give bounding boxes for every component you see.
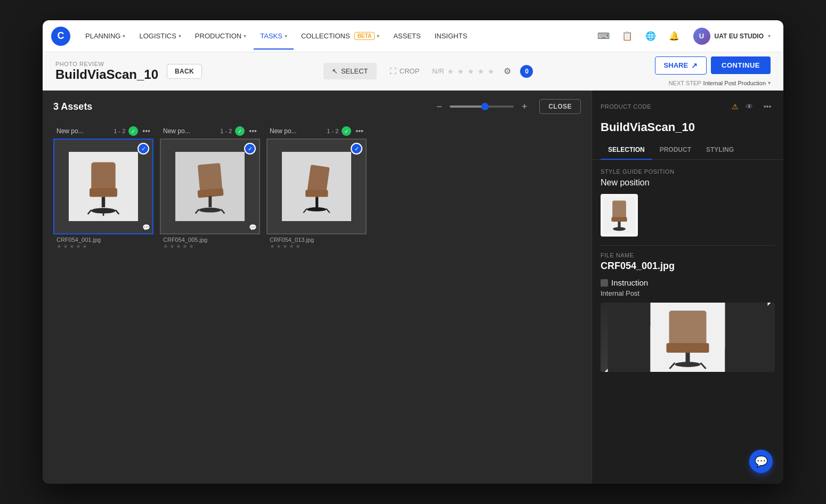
share-icon: ↗ xyxy=(691,61,698,70)
star-icon[interactable]: ★ xyxy=(467,67,474,76)
crop-icon: ⛶ xyxy=(390,67,396,75)
nav-item-assets[interactable]: ASSETS xyxy=(387,28,427,44)
chair-image xyxy=(175,152,245,221)
star-icon[interactable]: ★ xyxy=(270,243,275,250)
star-rating[interactable]: ★ ★ ★ ★ ★ xyxy=(163,243,258,250)
star-icon[interactable]: ★ xyxy=(182,243,188,250)
photo-thumbnail[interactable]: ✓ xyxy=(266,139,367,234)
photo-group: New po... 1 - 2 ✓ ••• xyxy=(53,123,156,252)
right-panel: PRODUCT CODE ⚠ 👁 ••• BuildViaScan_10 SEL… xyxy=(592,91,783,484)
zoom-in-button[interactable]: + xyxy=(518,100,531,113)
style-guide-label: STYLE GUIDE POSITION xyxy=(601,168,775,175)
svg-rect-18 xyxy=(315,197,318,208)
crop-tool-button[interactable]: ⛶ CROP xyxy=(381,63,428,79)
continue-button[interactable]: CONTINUE xyxy=(711,56,771,74)
photo-area: 3 Assets − + CLOSE New po... xyxy=(43,91,592,484)
keyboard-icon[interactable]: ⌨ xyxy=(595,28,612,45)
nav-item-logistics[interactable]: LOGISTICS ▾ xyxy=(133,28,187,44)
svg-point-12 xyxy=(199,208,221,213)
star-icon[interactable]: ★ xyxy=(63,243,68,250)
star-icon[interactable]: ★ xyxy=(289,243,294,250)
photo-card: New po... 1 - 2 ✓ ••• xyxy=(53,123,155,252)
product-code-value: BuildViaScan_10 xyxy=(592,120,783,134)
more-options-button[interactable]: ••• xyxy=(141,126,151,136)
star-icon[interactable]: ★ xyxy=(76,243,81,250)
globe-icon[interactable]: 🌐 xyxy=(642,28,659,45)
svg-rect-11 xyxy=(208,196,212,207)
nav-right: ⌨ 📋 🌐 🔔 U UAT EU STUDIO ▾ xyxy=(595,26,775,47)
star-icon[interactable]: ★ xyxy=(176,243,181,250)
check-icon: ✓ xyxy=(128,126,138,136)
more-options-button[interactable]: ••• xyxy=(248,126,258,136)
nav-item-production[interactable]: PRODUCTION ▾ xyxy=(189,28,253,44)
nav-items: PLANNING ▾ LOGISTICS ▾ PRODUCTION ▾ TASK… xyxy=(79,28,592,44)
star-rating[interactable]: ★ ★ ★ ★ ★ xyxy=(270,243,365,250)
share-button[interactable]: SHARE ↗ xyxy=(655,56,707,75)
group-label: New po... xyxy=(270,127,323,135)
close-button[interactable]: CLOSE xyxy=(539,99,581,114)
svg-point-33 xyxy=(675,362,701,367)
zoom-slider-fill xyxy=(450,105,485,108)
nav-item-planning[interactable]: PLANNING ▾ xyxy=(79,28,132,44)
star-rating[interactable]: ★ ★ ★ ★ ★ xyxy=(56,243,151,250)
assets-count: 3 Assets xyxy=(53,101,424,112)
photo-thumb-inner xyxy=(268,140,366,233)
tab-selection[interactable]: SELECTION xyxy=(601,141,652,160)
settings-icon[interactable]: ⚙ xyxy=(499,63,516,80)
nav-item-tasks[interactable]: TASKS ▾ xyxy=(254,28,294,44)
style-guide-image xyxy=(603,197,635,234)
back-button[interactable]: BACK xyxy=(167,64,202,79)
navbar: C PLANNING ▾ LOGISTICS ▾ PRODUCTION ▾ TA… xyxy=(43,20,783,52)
select-tool-button[interactable]: ↖ SELECT xyxy=(323,63,377,79)
style-guide-thumbnail xyxy=(601,194,638,237)
tab-styling[interactable]: STYLING xyxy=(699,141,741,160)
zoom-out-button[interactable]: − xyxy=(433,100,446,113)
zoom-controls: − + xyxy=(433,100,531,113)
star-icon[interactable]: ★ xyxy=(477,67,484,76)
user-area[interactable]: U UAT EU STUDIO ▾ xyxy=(689,26,775,47)
photo-card-header: New po... 1 - 2 ✓ ••• xyxy=(53,123,155,139)
star-icon[interactable]: ★ xyxy=(56,243,62,250)
star-icon[interactable]: ★ xyxy=(69,243,75,250)
internal-post-label: Internal Post xyxy=(601,289,775,297)
app-logo[interactable]: C xyxy=(51,27,70,46)
star-icon[interactable]: ★ xyxy=(295,243,301,250)
svg-rect-23 xyxy=(612,201,626,219)
photo-card: New po... 1 - 2 ✓ ••• xyxy=(160,123,261,252)
tasks-icon[interactable]: 📋 xyxy=(619,28,636,45)
svg-rect-24 xyxy=(611,217,627,222)
svg-rect-29 xyxy=(725,303,768,372)
nav-item-insights[interactable]: INSIGHTS xyxy=(428,28,473,44)
star-icon[interactable]: ★ xyxy=(457,67,464,76)
photo-grid: New po... 1 - 2 ✓ ••• xyxy=(43,123,592,263)
photo-card-footer: CRF054_013.jpg ★ ★ ★ ★ ★ xyxy=(266,234,368,252)
star-icon[interactable]: ★ xyxy=(488,67,495,76)
main-content: 3 Assets − + CLOSE New po... xyxy=(43,91,783,484)
more-options-icon[interactable]: ••• xyxy=(760,99,775,114)
photo-card-footer: CRF054_001.jpg ★ ★ ★ ★ ★ xyxy=(53,234,155,252)
photo-thumb-inner xyxy=(54,140,152,233)
page-title: BuildViaScan_10 xyxy=(55,67,158,82)
star-icon[interactable]: ★ xyxy=(169,243,175,250)
svg-rect-31 xyxy=(667,343,709,353)
star-icon[interactable]: ★ xyxy=(82,243,87,250)
visibility-icon[interactable]: 👁 xyxy=(742,99,757,114)
more-options-button[interactable]: ••• xyxy=(354,126,365,136)
chevron-down-icon: ▾ xyxy=(285,33,287,39)
photo-thumbnail[interactable]: ✓ 💬 xyxy=(160,139,260,234)
zoom-slider[interactable] xyxy=(450,105,514,108)
star-icon[interactable]: ★ xyxy=(163,243,168,250)
svg-rect-3 xyxy=(102,197,106,208)
star-icon[interactable]: ★ xyxy=(282,243,288,250)
tab-product[interactable]: PRODUCT xyxy=(652,141,699,160)
chat-fab-button[interactable]: 💬 xyxy=(749,450,773,473)
photo-thumbnail[interactable]: ✓ 💬 xyxy=(53,139,153,234)
nav-item-collections[interactable]: COLLECTIONS BETA ▾ xyxy=(295,28,386,44)
star-icon[interactable]: ★ xyxy=(447,67,454,76)
photo-card-footer: CRF054_005.jpg ★ ★ ★ ★ ★ xyxy=(160,234,261,252)
bell-icon[interactable]: 🔔 xyxy=(666,28,683,45)
photo-card-header: New po... 1 - 2 ✓ ••• xyxy=(160,123,261,139)
star-icon[interactable]: ★ xyxy=(189,243,194,250)
star-icon[interactable]: ★ xyxy=(276,243,281,250)
check-icon: ✓ xyxy=(342,126,351,136)
